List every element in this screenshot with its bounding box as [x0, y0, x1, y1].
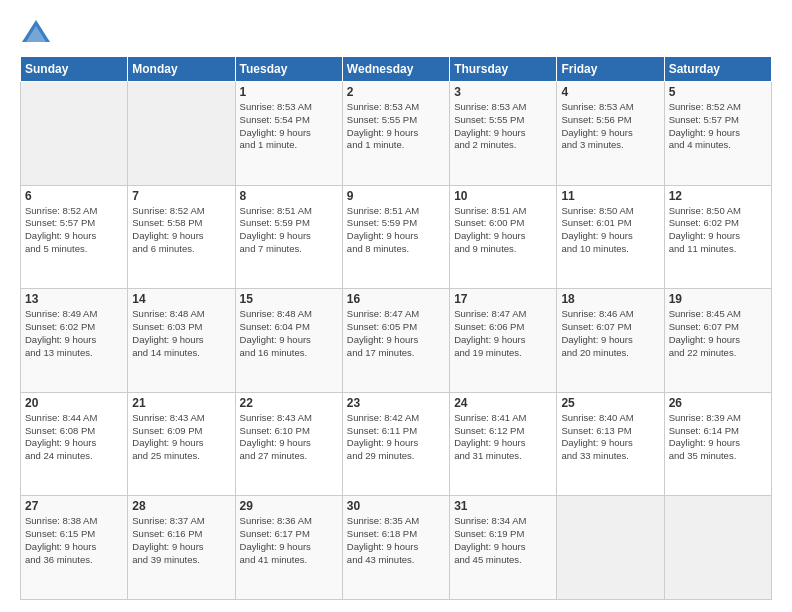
calendar-week-2: 6Sunrise: 8:52 AM Sunset: 5:57 PM Daylig…: [21, 185, 772, 289]
calendar-cell: 17Sunrise: 8:47 AM Sunset: 6:06 PM Dayli…: [450, 289, 557, 393]
weekday-header-friday: Friday: [557, 57, 664, 82]
day-number: 13: [25, 292, 123, 306]
day-info: Sunrise: 8:48 AM Sunset: 6:04 PM Dayligh…: [240, 308, 338, 359]
weekday-header-tuesday: Tuesday: [235, 57, 342, 82]
calendar-cell: [128, 82, 235, 186]
logo: [20, 18, 56, 46]
day-info: Sunrise: 8:48 AM Sunset: 6:03 PM Dayligh…: [132, 308, 230, 359]
day-info: Sunrise: 8:45 AM Sunset: 6:07 PM Dayligh…: [669, 308, 767, 359]
day-number: 27: [25, 499, 123, 513]
calendar-cell: 16Sunrise: 8:47 AM Sunset: 6:05 PM Dayli…: [342, 289, 449, 393]
day-info: Sunrise: 8:39 AM Sunset: 6:14 PM Dayligh…: [669, 412, 767, 463]
calendar-cell: 29Sunrise: 8:36 AM Sunset: 6:17 PM Dayli…: [235, 496, 342, 600]
calendar-cell: 10Sunrise: 8:51 AM Sunset: 6:00 PM Dayli…: [450, 185, 557, 289]
day-info: Sunrise: 8:50 AM Sunset: 6:02 PM Dayligh…: [669, 205, 767, 256]
day-number: 19: [669, 292, 767, 306]
calendar-cell: [557, 496, 664, 600]
day-number: 9: [347, 189, 445, 203]
calendar-table: SundayMondayTuesdayWednesdayThursdayFrid…: [20, 56, 772, 600]
day-number: 16: [347, 292, 445, 306]
day-info: Sunrise: 8:34 AM Sunset: 6:19 PM Dayligh…: [454, 515, 552, 566]
day-info: Sunrise: 8:43 AM Sunset: 6:10 PM Dayligh…: [240, 412, 338, 463]
calendar-week-4: 20Sunrise: 8:44 AM Sunset: 6:08 PM Dayli…: [21, 392, 772, 496]
day-number: 8: [240, 189, 338, 203]
calendar-cell: [21, 82, 128, 186]
logo-icon: [20, 18, 52, 46]
day-number: 6: [25, 189, 123, 203]
day-number: 22: [240, 396, 338, 410]
day-info: Sunrise: 8:53 AM Sunset: 5:54 PM Dayligh…: [240, 101, 338, 152]
weekday-header-sunday: Sunday: [21, 57, 128, 82]
day-number: 11: [561, 189, 659, 203]
day-info: Sunrise: 8:43 AM Sunset: 6:09 PM Dayligh…: [132, 412, 230, 463]
day-number: 29: [240, 499, 338, 513]
calendar-cell: [664, 496, 771, 600]
day-number: 2: [347, 85, 445, 99]
day-info: Sunrise: 8:51 AM Sunset: 5:59 PM Dayligh…: [347, 205, 445, 256]
calendar-cell: 23Sunrise: 8:42 AM Sunset: 6:11 PM Dayli…: [342, 392, 449, 496]
day-number: 10: [454, 189, 552, 203]
day-number: 3: [454, 85, 552, 99]
weekday-header-thursday: Thursday: [450, 57, 557, 82]
day-number: 21: [132, 396, 230, 410]
day-number: 31: [454, 499, 552, 513]
calendar-cell: 31Sunrise: 8:34 AM Sunset: 6:19 PM Dayli…: [450, 496, 557, 600]
day-info: Sunrise: 8:51 AM Sunset: 5:59 PM Dayligh…: [240, 205, 338, 256]
day-number: 4: [561, 85, 659, 99]
calendar-cell: 27Sunrise: 8:38 AM Sunset: 6:15 PM Dayli…: [21, 496, 128, 600]
day-number: 17: [454, 292, 552, 306]
calendar-cell: 6Sunrise: 8:52 AM Sunset: 5:57 PM Daylig…: [21, 185, 128, 289]
calendar-cell: 21Sunrise: 8:43 AM Sunset: 6:09 PM Dayli…: [128, 392, 235, 496]
day-info: Sunrise: 8:37 AM Sunset: 6:16 PM Dayligh…: [132, 515, 230, 566]
day-number: 25: [561, 396, 659, 410]
day-info: Sunrise: 8:38 AM Sunset: 6:15 PM Dayligh…: [25, 515, 123, 566]
day-info: Sunrise: 8:44 AM Sunset: 6:08 PM Dayligh…: [25, 412, 123, 463]
calendar-cell: 1Sunrise: 8:53 AM Sunset: 5:54 PM Daylig…: [235, 82, 342, 186]
day-number: 5: [669, 85, 767, 99]
day-number: 24: [454, 396, 552, 410]
day-info: Sunrise: 8:47 AM Sunset: 6:05 PM Dayligh…: [347, 308, 445, 359]
calendar-cell: 2Sunrise: 8:53 AM Sunset: 5:55 PM Daylig…: [342, 82, 449, 186]
day-number: 1: [240, 85, 338, 99]
day-info: Sunrise: 8:53 AM Sunset: 5:55 PM Dayligh…: [454, 101, 552, 152]
day-number: 23: [347, 396, 445, 410]
calendar-cell: 19Sunrise: 8:45 AM Sunset: 6:07 PM Dayli…: [664, 289, 771, 393]
calendar-cell: 28Sunrise: 8:37 AM Sunset: 6:16 PM Dayli…: [128, 496, 235, 600]
calendar-cell: 26Sunrise: 8:39 AM Sunset: 6:14 PM Dayli…: [664, 392, 771, 496]
day-info: Sunrise: 8:42 AM Sunset: 6:11 PM Dayligh…: [347, 412, 445, 463]
calendar-cell: 3Sunrise: 8:53 AM Sunset: 5:55 PM Daylig…: [450, 82, 557, 186]
calendar-cell: 25Sunrise: 8:40 AM Sunset: 6:13 PM Dayli…: [557, 392, 664, 496]
calendar-cell: 20Sunrise: 8:44 AM Sunset: 6:08 PM Dayli…: [21, 392, 128, 496]
day-info: Sunrise: 8:40 AM Sunset: 6:13 PM Dayligh…: [561, 412, 659, 463]
day-info: Sunrise: 8:53 AM Sunset: 5:55 PM Dayligh…: [347, 101, 445, 152]
calendar-cell: 12Sunrise: 8:50 AM Sunset: 6:02 PM Dayli…: [664, 185, 771, 289]
day-info: Sunrise: 8:53 AM Sunset: 5:56 PM Dayligh…: [561, 101, 659, 152]
day-number: 15: [240, 292, 338, 306]
calendar-cell: 24Sunrise: 8:41 AM Sunset: 6:12 PM Dayli…: [450, 392, 557, 496]
calendar-cell: 7Sunrise: 8:52 AM Sunset: 5:58 PM Daylig…: [128, 185, 235, 289]
day-number: 18: [561, 292, 659, 306]
day-info: Sunrise: 8:41 AM Sunset: 6:12 PM Dayligh…: [454, 412, 552, 463]
day-info: Sunrise: 8:50 AM Sunset: 6:01 PM Dayligh…: [561, 205, 659, 256]
calendar-week-3: 13Sunrise: 8:49 AM Sunset: 6:02 PM Dayli…: [21, 289, 772, 393]
day-info: Sunrise: 8:52 AM Sunset: 5:58 PM Dayligh…: [132, 205, 230, 256]
weekday-header-wednesday: Wednesday: [342, 57, 449, 82]
calendar-cell: 8Sunrise: 8:51 AM Sunset: 5:59 PM Daylig…: [235, 185, 342, 289]
weekday-header-monday: Monday: [128, 57, 235, 82]
calendar-cell: 18Sunrise: 8:46 AM Sunset: 6:07 PM Dayli…: [557, 289, 664, 393]
calendar-week-1: 1Sunrise: 8:53 AM Sunset: 5:54 PM Daylig…: [21, 82, 772, 186]
day-info: Sunrise: 8:51 AM Sunset: 6:00 PM Dayligh…: [454, 205, 552, 256]
day-number: 28: [132, 499, 230, 513]
day-number: 26: [669, 396, 767, 410]
day-info: Sunrise: 8:52 AM Sunset: 5:57 PM Dayligh…: [25, 205, 123, 256]
day-number: 30: [347, 499, 445, 513]
day-info: Sunrise: 8:49 AM Sunset: 6:02 PM Dayligh…: [25, 308, 123, 359]
day-info: Sunrise: 8:47 AM Sunset: 6:06 PM Dayligh…: [454, 308, 552, 359]
calendar-week-5: 27Sunrise: 8:38 AM Sunset: 6:15 PM Dayli…: [21, 496, 772, 600]
calendar-cell: 15Sunrise: 8:48 AM Sunset: 6:04 PM Dayli…: [235, 289, 342, 393]
day-info: Sunrise: 8:35 AM Sunset: 6:18 PM Dayligh…: [347, 515, 445, 566]
calendar-cell: 5Sunrise: 8:52 AM Sunset: 5:57 PM Daylig…: [664, 82, 771, 186]
calendar-cell: 9Sunrise: 8:51 AM Sunset: 5:59 PM Daylig…: [342, 185, 449, 289]
calendar-cell: 14Sunrise: 8:48 AM Sunset: 6:03 PM Dayli…: [128, 289, 235, 393]
calendar-cell: 30Sunrise: 8:35 AM Sunset: 6:18 PM Dayli…: [342, 496, 449, 600]
